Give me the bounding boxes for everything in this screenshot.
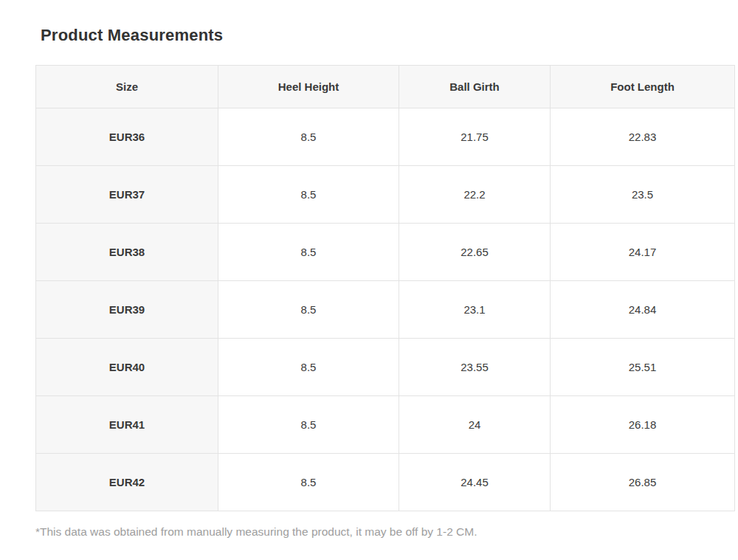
table-row: EUR388.522.6524.17 (36, 224, 735, 281)
heel-height-cell: 8.5 (218, 281, 399, 339)
foot-length-cell: 22.83 (551, 108, 735, 166)
size-cell: EUR36 (36, 108, 218, 166)
size-cell: EUR41 (36, 396, 218, 454)
measurement-disclaimer: *This data was obtained from manually me… (35, 525, 477, 539)
col-header-size: Size (36, 66, 218, 108)
foot-length-cell: 24.17 (551, 224, 735, 281)
foot-length-cell: 25.51 (551, 339, 735, 396)
size-cell: EUR37 (36, 166, 218, 224)
header-row: Size Heel Height Ball Girth Foot Length (36, 66, 735, 108)
table-row: EUR418.52426.18 (36, 396, 735, 454)
heel-height-cell: 8.5 (218, 396, 399, 454)
measurements-table: Size Heel Height Ball Girth Foot Length … (35, 65, 735, 511)
heel-height-cell: 8.5 (218, 166, 399, 224)
size-cell: EUR39 (36, 281, 218, 339)
ball-girth-cell: 23.1 (399, 281, 551, 339)
foot-length-cell: 24.84 (551, 281, 735, 339)
section-title: Product Measurements (41, 26, 223, 45)
size-cell: EUR40 (36, 339, 218, 396)
ball-girth-cell: 22.65 (399, 224, 551, 281)
ball-girth-cell: 21.75 (399, 108, 551, 166)
foot-length-cell: 23.5 (551, 166, 735, 224)
ball-girth-cell: 22.2 (399, 166, 551, 224)
col-header-ball-girth: Ball Girth (399, 66, 551, 108)
table-row: EUR398.523.124.84 (36, 281, 735, 339)
table-row: EUR378.522.223.5 (36, 166, 735, 224)
heel-height-cell: 8.5 (218, 454, 399, 511)
col-header-heel-height: Heel Height (218, 66, 399, 108)
ball-girth-cell: 24.45 (399, 454, 551, 511)
table-row: EUR428.524.4526.85 (36, 454, 735, 511)
size-cell: EUR38 (36, 224, 218, 281)
foot-length-cell: 26.85 (551, 454, 735, 511)
ball-girth-cell: 24 (399, 396, 551, 454)
ball-girth-cell: 23.55 (399, 339, 551, 396)
size-cell: EUR42 (36, 454, 218, 511)
col-header-foot-length: Foot Length (551, 66, 735, 108)
heel-height-cell: 8.5 (218, 339, 399, 396)
foot-length-cell: 26.18 (551, 396, 735, 454)
heel-height-cell: 8.5 (218, 224, 399, 281)
table-row: EUR368.521.7522.83 (36, 108, 735, 166)
table-body: EUR368.521.7522.83EUR378.522.223.5EUR388… (36, 108, 735, 511)
heel-height-cell: 8.5 (218, 108, 399, 166)
product-measurements-section: Product Measurements Size Heel Height Ba… (0, 0, 738, 560)
table-row: EUR408.523.5525.51 (36, 339, 735, 396)
